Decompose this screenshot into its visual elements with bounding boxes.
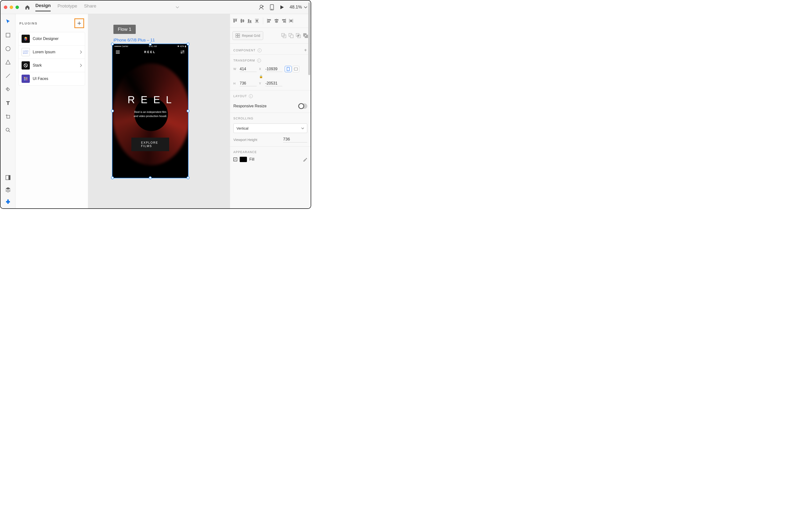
add-plugin-button[interactable] <box>74 18 84 28</box>
fill-label: Fill <box>249 157 254 162</box>
canvas[interactable]: Flow 1 iPhone 6/7/8 Plus – 11 ●●●●● Carr… <box>88 14 230 208</box>
align-right-icon[interactable] <box>281 18 286 23</box>
plugin-name: Stark <box>33 63 77 68</box>
invite-icon[interactable] <box>259 4 264 10</box>
plugin-item-stark[interactable]: Stark <box>19 59 85 72</box>
align-row <box>230 14 311 28</box>
svg-rect-22 <box>233 19 234 22</box>
close-window-button[interactable] <box>4 5 7 9</box>
y-label: Y <box>259 82 263 85</box>
distribute-v-icon[interactable] <box>254 18 260 23</box>
align-left-icon[interactable] <box>267 18 272 23</box>
info-icon[interactable]: i <box>257 59 261 62</box>
plugins-icon[interactable] <box>5 199 11 205</box>
boolean-subtract-icon[interactable] <box>288 33 294 38</box>
responsive-resize-label: Responsive Resize <box>233 104 267 108</box>
tab-design[interactable]: Design <box>35 3 51 12</box>
plugins-panel-title: PLUGINS <box>19 22 38 25</box>
width-input[interactable] <box>240 66 257 72</box>
resize-handle[interactable] <box>111 110 114 112</box>
line-tool[interactable] <box>5 73 11 79</box>
svg-rect-8 <box>9 175 10 180</box>
svg-rect-31 <box>275 19 278 20</box>
svg-rect-3 <box>6 33 10 37</box>
resize-handle[interactable] <box>149 176 152 179</box>
svg-point-11 <box>24 77 25 78</box>
pen-tool[interactable] <box>5 86 11 93</box>
svg-point-20 <box>183 51 184 52</box>
tab-prototype[interactable]: Prototype <box>57 3 77 11</box>
home-icon[interactable] <box>25 5 30 10</box>
info-icon[interactable]: i <box>249 94 253 98</box>
align-bottom-icon[interactable] <box>247 18 252 23</box>
align-vcenter-icon[interactable] <box>240 18 245 23</box>
plugin-item-color-designer[interactable]: Color Designer <box>19 32 85 45</box>
ellipse-tool[interactable] <box>5 45 11 52</box>
svg-point-5 <box>7 89 8 89</box>
svg-rect-27 <box>250 20 251 22</box>
svg-point-18 <box>25 79 26 80</box>
eyedropper-icon[interactable] <box>303 157 307 162</box>
align-hcenter-icon[interactable] <box>274 18 279 23</box>
rectangle-tool[interactable] <box>5 32 11 38</box>
orientation-portrait-button[interactable] <box>285 66 291 72</box>
resize-handle[interactable] <box>111 176 114 179</box>
fill-checkbox[interactable]: ✓ <box>233 157 237 162</box>
play-icon[interactable] <box>279 5 284 10</box>
layout-section: LAYOUT i <box>230 90 311 99</box>
document-dropdown[interactable] <box>171 6 184 8</box>
minimize-window-button[interactable] <box>10 5 13 9</box>
info-icon[interactable]: i <box>258 49 262 52</box>
resize-handle[interactable] <box>187 176 189 179</box>
explore-button: EXPLORE FILMS <box>131 138 169 151</box>
scrolling-value: Vertical <box>237 126 248 130</box>
text-tool[interactable] <box>5 100 11 106</box>
flow-badge[interactable]: Flow 1 <box>113 25 136 34</box>
responsive-resize-toggle[interactable] <box>298 103 307 109</box>
artboard-selection[interactable]: ●●●●● Carrier 9:41 AM ✱ 42% ▮ REEL REEL … <box>112 44 189 178</box>
plugins-panel: PLUGINS Color Designer Loremipsum Lorem … <box>16 14 88 208</box>
maximize-window-button[interactable] <box>16 5 19 9</box>
resize-handle[interactable] <box>149 43 152 45</box>
boolean-exclude-icon[interactable] <box>303 33 308 38</box>
align-top-icon[interactable] <box>232 18 238 23</box>
scrollbar[interactable] <box>308 14 310 75</box>
mode-tabs: Design Prototype Share <box>35 3 96 12</box>
y-input[interactable] <box>265 81 282 86</box>
svg-rect-51 <box>294 68 298 70</box>
plugin-item-ui-faces[interactable]: UI Faces <box>19 72 85 85</box>
zoom-tool[interactable] <box>5 127 11 133</box>
resize-handle[interactable] <box>187 43 189 45</box>
zoom-level[interactable]: 48.1% <box>289 5 307 10</box>
titlebar: Design Prototype Share 48.1% <box>0 0 311 14</box>
select-tool[interactable] <box>5 18 11 25</box>
boolean-add-icon[interactable] <box>281 33 286 38</box>
artboard-tool[interactable] <box>5 113 11 120</box>
artboard-name[interactable]: iPhone 6/7/8 Plus – 11 <box>113 38 155 43</box>
assets-icon[interactable] <box>5 174 11 181</box>
lock-aspect-icon[interactable]: 🔒 <box>259 75 263 78</box>
tool-rail <box>0 14 16 208</box>
height-input[interactable] <box>240 81 257 86</box>
repeat-grid-button[interactable]: Repeat Grid <box>232 31 263 40</box>
mobile-preview-icon[interactable] <box>270 4 274 10</box>
boolean-intersect-icon[interactable] <box>296 33 301 38</box>
viewport-height-input[interactable] <box>283 137 307 142</box>
distribute-h-icon[interactable] <box>288 18 294 23</box>
resize-handle[interactable] <box>111 43 114 45</box>
svg-point-13 <box>26 77 27 78</box>
x-input[interactable] <box>265 66 282 72</box>
layers-icon[interactable] <box>5 187 11 193</box>
polygon-tool[interactable] <box>5 59 11 65</box>
plugin-thumb-icon: Loremipsum <box>22 48 30 56</box>
plugin-item-lorem-ipsum[interactable]: Loremipsum Lorem Ipsum <box>19 45 85 59</box>
add-component-button[interactable]: + <box>304 48 307 53</box>
plugin-list: Color Designer Loremipsum Lorem Ipsum St… <box>18 32 85 86</box>
scrolling-select[interactable]: Vertical <box>233 124 307 133</box>
svg-point-21 <box>181 52 182 53</box>
resize-handle[interactable] <box>187 110 189 112</box>
tab-share[interactable]: Share <box>84 3 96 11</box>
orientation-landscape-button[interactable] <box>293 66 299 72</box>
repeat-grid-label: Repeat Grid <box>242 34 260 38</box>
fill-swatch[interactable] <box>240 157 247 162</box>
